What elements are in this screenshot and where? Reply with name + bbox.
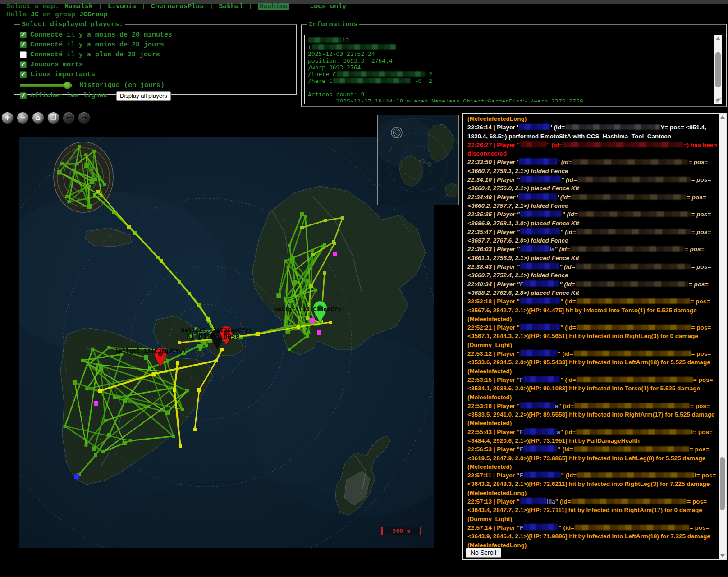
- informations-fieldset: Informations 13(2025-12-03 22:52:24posit…: [301, 21, 727, 107]
- informations-text: 13(2025-12-03 22:52:24position: 3693.3, …: [308, 37, 713, 102]
- redacted-player-id: [571, 246, 684, 252]
- map-link-sakhal[interactable]: Sakhal: [219, 3, 243, 10]
- filter-3-label: Joueurs morts: [30, 61, 83, 69]
- map-canvas[interactable]: hellgrl.13(CJ6qdCYy)hellgrl.13(CJ6qdCYy)…: [19, 137, 434, 548]
- log-entry: 22:36:03 | Player "la" (id== pos= <3661.…: [467, 245, 718, 262]
- history-slider-thumb[interactable]: [64, 82, 71, 89]
- select-players-fieldset: Select displayed players: Connecté il y …: [14, 21, 297, 95]
- fullscreen-button[interactable]: ❐: [47, 112, 60, 124]
- redacted-player-id: [565, 124, 660, 130]
- redacted-player-name: [520, 141, 546, 147]
- redacted-player-name: [520, 402, 554, 408]
- resize-grip-icon[interactable]: [715, 97, 721, 103]
- informations-scrollbar[interactable]: [714, 35, 722, 104]
- log-content: (MeleeInfectedLong)22:26:14 | Player '' …: [467, 114, 718, 559]
- redacted-player-name: [524, 428, 556, 435]
- map-select-bar: Select a map: Namalsk | Livonia | Cherna…: [6, 3, 346, 10]
- log-entry: 22:53:15 | Player "F" (id== pos= <3534.1…: [467, 376, 718, 402]
- show-lines-checkbox[interactable]: [20, 92, 27, 99]
- scrollbar-thumb[interactable]: [715, 52, 721, 87]
- log-entry: 22:35:47 | Player "" (id== pos= <3697.7,…: [467, 228, 718, 245]
- log-entry: 22:56:53 | Player "F" (id== pos= <3619.5…: [467, 445, 718, 471]
- redacted-player-name: [520, 498, 546, 504]
- log-panel: (MeleeInfectedLong)22:26:14 | Player '' …: [462, 113, 727, 560]
- redacted-player-name: [524, 472, 561, 478]
- redacted-player-id: [574, 446, 689, 452]
- filter-1-checkbox[interactable]: [20, 41, 27, 48]
- redacted-player-name: [524, 376, 560, 382]
- no-scroll-button[interactable]: No Scroll: [466, 548, 501, 558]
- minimap-graphics: [378, 115, 458, 205]
- scroll-up-icon[interactable]: [716, 37, 720, 40]
- history-slider[interactable]: [20, 82, 72, 89]
- pan-left-button: ←: [63, 112, 75, 124]
- redacted-player-name: [520, 324, 560, 330]
- redacted-player-id: [563, 142, 683, 147]
- log-entry: 22:40:34 | Player "F" (id== pos= <3688.2…: [467, 280, 718, 298]
- show-lines-row: Afficher les lignesDisplay all players: [20, 91, 292, 100]
- redacted-player-id: [576, 281, 688, 287]
- filter-2-row: Connecté il y a plus de 28 jours: [20, 50, 292, 59]
- log-entry: 22:55:43 | Player "Fa" (id=l= pos= <3484…: [467, 428, 718, 445]
- map-select-nav: Namalsk | Livonia | ChernarusPlus | Sakh…: [63, 3, 290, 10]
- select-map-label: Select a map:: [6, 3, 59, 10]
- log-entry: (MeleeInfectedLong): [467, 114, 718, 123]
- minimap[interactable]: [377, 115, 459, 205]
- scroll-down-icon[interactable]: [720, 554, 725, 558]
- filter-0-checkbox[interactable]: [20, 32, 27, 38]
- group-name: JCGroup: [79, 11, 108, 18]
- history-slider-label: Historique (en jours): [79, 82, 165, 89]
- redacted-player-name: [520, 245, 549, 252]
- svg-text:hellgrl.13(CJ6qdCYy): hellgrl.13(CJ6qdCYy): [115, 348, 186, 354]
- redacted-player-id: [575, 525, 689, 530]
- redacted-player-name: [524, 445, 557, 452]
- log-entry: 22:57:11 | Player "F" (id=l= pos= <3643.…: [467, 471, 718, 497]
- redacted-player-id: [576, 264, 691, 269]
- log-entry: 22:35:35 | Player "" (id== pos= <3696.9,…: [467, 210, 718, 228]
- log-entry: 22:26:27 | Player "" (id==) has been dis…: [467, 141, 718, 158]
- zoom-in-button[interactable]: +: [1, 112, 14, 124]
- redacted-player-id: [571, 499, 687, 504]
- log-entry: 22:34:48 | Player '' (id== pos= <3660.2,…: [467, 193, 718, 211]
- redacted-player-name: [520, 298, 560, 304]
- scrollbar-thumb[interactable]: [720, 457, 725, 511]
- log-scrollbar[interactable]: [719, 114, 726, 559]
- log-entry: 22:52:21 | Player "" (id== pos= <3567.1,…: [467, 323, 718, 349]
- filter-4-row: Lieux importants: [20, 70, 292, 79]
- redacted-player-name: [519, 193, 557, 200]
- home-button[interactable]: ⌂: [32, 112, 44, 124]
- filter-2-checkbox[interactable]: [20, 51, 27, 58]
- display-all-players-button[interactable]: Display all players: [116, 91, 171, 101]
- map-link-livonia[interactable]: Livonia: [108, 3, 136, 10]
- redacted-text: [312, 44, 396, 50]
- redacted-text: [333, 78, 411, 83]
- log-entry: 22:53:12 | Player "" (id== pos= <3533.6,…: [467, 349, 718, 376]
- greeting-prefix: Hello: [6, 11, 27, 18]
- redacted-player-id: [572, 159, 688, 165]
- filter-2-label: Connecté il y a plus de 28 jours: [30, 51, 160, 59]
- redacted-player-name: [524, 280, 559, 287]
- redacted-player-id: [572, 194, 686, 200]
- svg-text:Xi Ninho base: Xi Ninho base: [187, 332, 239, 340]
- map-link-namalsk[interactable]: Namalsk: [64, 3, 93, 10]
- filter-3-checkbox[interactable]: [20, 61, 27, 68]
- map-link-hashima[interactable]: Hashima: [258, 3, 289, 10]
- filter-3-row: Joueurs morts: [20, 60, 292, 69]
- filter-0-row: Connecté il y a moins de 20 minutes: [20, 30, 292, 39]
- filter-4-checkbox[interactable]: [20, 71, 27, 78]
- filter-checkbox-list: Connecté il y a moins de 20 minutesConne…: [18, 30, 292, 79]
- redacted-player-name: [520, 211, 562, 217]
- informations-textarea[interactable]: 13(2025-12-03 22:52:24position: 3693.3, …: [304, 35, 722, 104]
- user-name: JC: [31, 11, 39, 18]
- log-entry: 22:52:18 | Player "" (id== pos= <3567.6,…: [467, 297, 718, 323]
- redacted-player-name: [519, 158, 558, 165]
- scroll-up-icon[interactable]: [720, 115, 725, 119]
- redacted-player-id: [577, 298, 690, 304]
- pan-right-button: →: [78, 112, 90, 124]
- informations-legend: Informations: [307, 21, 359, 28]
- redacted-player-id: [576, 429, 691, 435]
- map-link-chernarusplus[interactable]: ChernarusPlus: [151, 3, 204, 10]
- zoom-out-button[interactable]: −: [17, 112, 29, 124]
- logs-only-link[interactable]: Logs only: [310, 3, 346, 10]
- redacted-player-id: [574, 403, 690, 408]
